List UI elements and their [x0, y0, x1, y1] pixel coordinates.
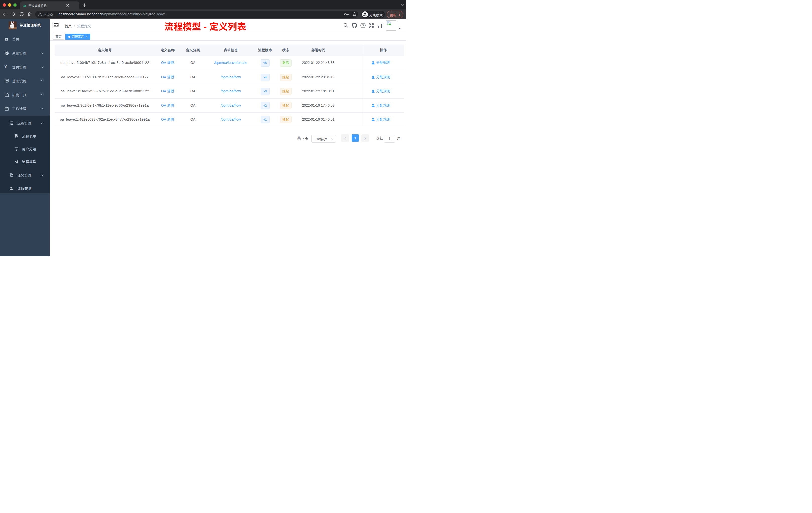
svg-text:?: ?	[362, 24, 364, 27]
svg-text:T: T	[377, 25, 379, 28]
svg-text:T: T	[380, 23, 383, 28]
